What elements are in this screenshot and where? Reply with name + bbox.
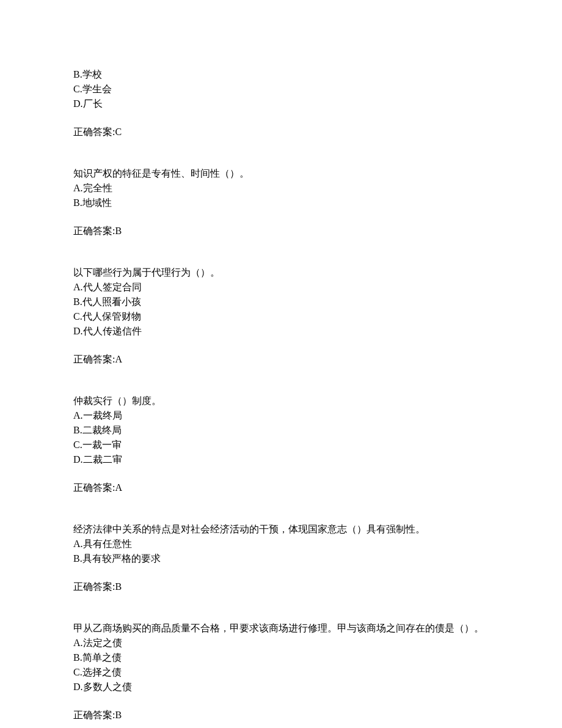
option-a: A.一裁终局 [73, 408, 489, 423]
option-a: A.代人签定合同 [73, 280, 489, 295]
question-stem: 甲从乙商场购买的商品质量不合格，甲要求该商场进行修理。甲与该商场之间存在的债是（… [73, 621, 489, 636]
option-c: C.代人保管财物 [73, 309, 489, 324]
question-stem: 以下哪些行为属于代理行为（）。 [73, 265, 489, 280]
option-a: A.完全性 [73, 181, 489, 196]
option-b: B.具有较严格的要求 [73, 551, 489, 566]
option-b: B.简单之债 [73, 650, 489, 665]
option-c: C.一裁一审 [73, 438, 489, 452]
question-block: 甲从乙商场购买的商品质量不合格，甲要求该商场进行修理。甲与该商场之间存在的债是（… [73, 621, 489, 722]
question-stem: 经济法律中关系的特点是对社会经济活动的干预，体现国家意志（）具有强制性。 [73, 522, 489, 537]
option-c: C.选择之债 [73, 665, 489, 680]
question-block: 以下哪些行为属于代理行为（）。 A.代人签定合同 B.代人照看小孩 C.代人保管… [73, 265, 489, 367]
answer-label: 正确答案:B [73, 224, 489, 238]
question-block: 经济法律中关系的特点是对社会经济活动的干预，体现国家意志（）具有强制性。 A.具… [73, 522, 489, 594]
option-b: B.学校 [73, 67, 489, 82]
question-stem: 知识产权的特征是专有性、时间性（）。 [73, 166, 489, 181]
answer-label: 正确答案:C [73, 125, 489, 139]
question-block: 知识产权的特征是专有性、时间性（）。 A.完全性 B.地域性 正确答案:B [73, 166, 489, 238]
option-d: D.厂长 [73, 97, 489, 111]
option-b: B.代人照看小孩 [73, 295, 489, 309]
question-stem: 仲裁实行（）制度。 [73, 394, 489, 408]
question-block: 仲裁实行（）制度。 A.一裁终局 B.二裁终局 C.一裁一审 D.二裁二审 正确… [73, 394, 489, 495]
option-a: A.具有任意性 [73, 537, 489, 551]
option-b: B.地域性 [73, 196, 489, 210]
option-a: A.法定之债 [73, 636, 489, 650]
answer-label: 正确答案:B [73, 708, 489, 722]
option-b: B.二裁终局 [73, 423, 489, 438]
option-d: D.多数人之债 [73, 680, 489, 694]
answer-label: 正确答案:B [73, 579, 489, 594]
option-d: D.二裁二审 [73, 452, 489, 467]
question-block: B.学校 C.学生会 D.厂长 正确答案:C [73, 67, 489, 139]
answer-label: 正确答案:A [73, 480, 489, 495]
document-page: B.学校 C.学生会 D.厂长 正确答案:C 知识产权的特征是专有性、时间性（）… [0, 0, 562, 728]
option-c: C.学生会 [73, 82, 489, 97]
option-d: D.代人传递信件 [73, 324, 489, 339]
answer-label: 正确答案:A [73, 352, 489, 367]
